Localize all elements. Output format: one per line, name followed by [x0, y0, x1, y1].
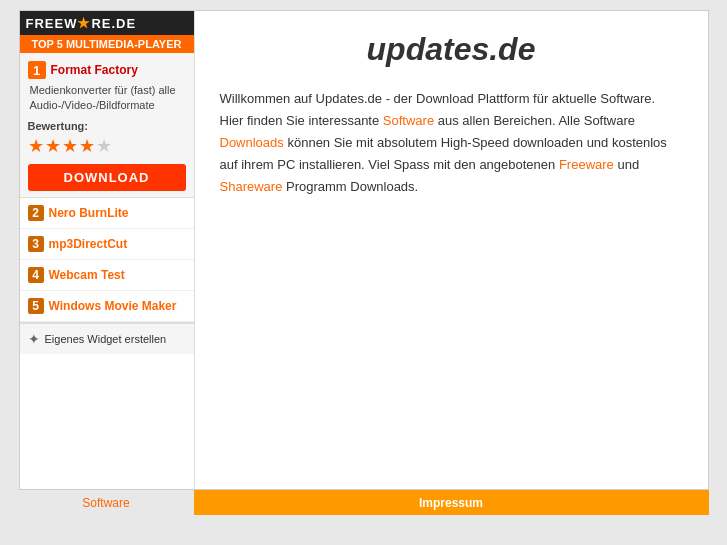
sidebar-item-2[interactable]: 2 Nero BurnLite	[20, 198, 194, 229]
item-title-4: Webcam Test	[49, 268, 125, 282]
footer-left: Software	[19, 491, 194, 514]
star-3: ★	[62, 135, 78, 157]
logo-star: ★	[77, 15, 91, 31]
main-container: FREEW★RE.DE TOP 5 MULTIMEDIA-PLAYER 1 Fo…	[19, 10, 709, 490]
star-2: ★	[45, 135, 61, 157]
item-number: 1	[28, 61, 46, 79]
star-1: ★	[28, 135, 44, 157]
intro-text-2: aus allen Bereichen. Alle Software	[434, 113, 635, 128]
item-title-3: mp3DirectCut	[49, 237, 128, 251]
main-content: updates.de Willkommen auf Updates.de - d…	[195, 11, 708, 489]
freeware-logo: FREEW★RE.DE	[26, 15, 137, 31]
sidebar-item-5[interactable]: 5 Windows Movie Maker	[20, 291, 194, 322]
sidebar-top-label: TOP 5 MULTIMEDIA-PLAYER	[20, 35, 194, 53]
intro-paragraph: Willkommen auf Updates.de - der Download…	[220, 88, 683, 198]
item-num-2: 2	[28, 205, 44, 221]
item-num-5: 5	[28, 298, 44, 314]
item-num-3: 3	[28, 236, 44, 252]
footer-right: Impressum	[194, 490, 709, 515]
create-widget-button[interactable]: ✦ Eigenes Widget erstellen	[20, 323, 194, 354]
item-description: Medienkonverter für (fast) alle Audio-/V…	[28, 83, 186, 114]
footer: Software Impressum	[19, 490, 709, 515]
rating-label: Bewertung:	[28, 120, 186, 132]
sidebar-featured-item: 1 Format Factory Medienkonverter für (fa…	[20, 53, 194, 198]
download-button[interactable]: DOWNLOAD	[28, 164, 186, 191]
widget-icon: ✦	[28, 331, 40, 347]
footer-software-link[interactable]: Software	[82, 496, 129, 510]
footer-impressum-link[interactable]: Impressum	[419, 496, 483, 510]
item-num-4: 4	[28, 267, 44, 283]
shareware-link[interactable]: Shareware	[220, 179, 283, 194]
star-5: ★	[96, 135, 112, 157]
outer-wrapper: FREEW★RE.DE TOP 5 MULTIMEDIA-PLAYER 1 Fo…	[0, 0, 727, 545]
intro-text-5: Programm Downloads.	[282, 179, 418, 194]
item-title: Format Factory	[51, 63, 138, 77]
sidebar-item-4[interactable]: 4 Webcam Test	[20, 260, 194, 291]
star-rating: ★ ★ ★ ★ ★	[28, 135, 186, 157]
item-title-2: Nero BurnLite	[49, 206, 129, 220]
sidebar-other-items: 2 Nero BurnLite 3 mp3DirectCut 4 Webcam …	[20, 198, 194, 323]
sidebar: FREEW★RE.DE TOP 5 MULTIMEDIA-PLAYER 1 Fo…	[20, 11, 195, 489]
sidebar-item-3[interactable]: 3 mp3DirectCut	[20, 229, 194, 260]
item-number-title: 1 Format Factory	[28, 61, 186, 79]
star-4: ★	[79, 135, 95, 157]
item-title-5: Windows Movie Maker	[49, 299, 177, 313]
intro-text-4: und	[614, 157, 639, 172]
site-title: updates.de	[220, 31, 683, 68]
downloads-link[interactable]: Downloads	[220, 135, 284, 150]
software-link[interactable]: Software	[383, 113, 434, 128]
create-widget-label: Eigenes Widget erstellen	[45, 333, 167, 345]
freeware-link[interactable]: Freeware	[559, 157, 614, 172]
sidebar-header: FREEW★RE.DE	[20, 11, 194, 35]
